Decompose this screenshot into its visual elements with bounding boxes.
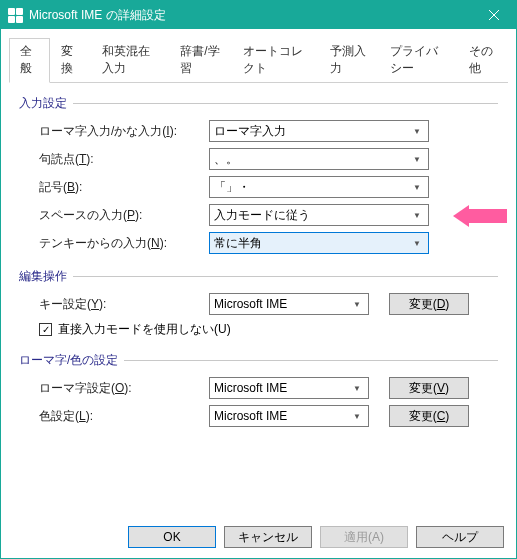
change-button[interactable]: 変更(D) bbox=[389, 293, 469, 315]
tab-4[interactable]: オートコレクト bbox=[232, 38, 320, 83]
dropdown-value: ローマ字入力 bbox=[214, 123, 410, 140]
row-label: キー設定(Y): bbox=[39, 296, 209, 313]
chevron-down-icon: ▼ bbox=[410, 183, 424, 192]
group-title: 編集操作 bbox=[19, 268, 498, 285]
row-label: テンキーからの入力(N): bbox=[39, 235, 209, 252]
group-title-text: 編集操作 bbox=[19, 268, 67, 285]
divider bbox=[124, 360, 498, 361]
dropdown[interactable]: Microsoft IME▼ bbox=[209, 377, 369, 399]
settings-row: 句読点(T):、。▼ bbox=[19, 148, 498, 170]
dropdown[interactable]: ローマ字入力▼ bbox=[209, 120, 429, 142]
dropdown[interactable]: 、。▼ bbox=[209, 148, 429, 170]
tab-6[interactable]: プライバシー bbox=[379, 38, 458, 83]
tab-0[interactable]: 全般 bbox=[9, 38, 50, 83]
tab-3[interactable]: 辞書/学習 bbox=[169, 38, 231, 83]
chevron-down-icon: ▼ bbox=[410, 239, 424, 248]
group-title-text: 入力設定 bbox=[19, 95, 67, 112]
dropdown-value: 、。 bbox=[214, 151, 410, 168]
row-label: 色設定(L): bbox=[39, 408, 209, 425]
arrow-body bbox=[469, 209, 507, 223]
checkbox-row: ✓ 直接入力モードを使用しない(U) bbox=[19, 321, 498, 338]
dropdown[interactable]: 入力モードに従う▼ bbox=[209, 204, 429, 226]
close-button[interactable] bbox=[471, 1, 516, 29]
settings-row: ローマ字入力/かな入力(I):ローマ字入力▼ bbox=[19, 120, 498, 142]
window-title: Microsoft IME の詳細設定 bbox=[29, 7, 471, 24]
dropdown-value: Microsoft IME bbox=[214, 297, 350, 311]
dropdown[interactable]: 常に半角▼ bbox=[209, 232, 429, 254]
tab-2[interactable]: 和英混在入力 bbox=[91, 38, 170, 83]
callout-arrow bbox=[453, 205, 509, 227]
dialog-footer: OK キャンセル 適用(A) ヘルプ bbox=[1, 516, 516, 558]
group-title: 入力設定 bbox=[19, 95, 498, 112]
tab-content: 入力設定 ローマ字入力/かな入力(I):ローマ字入力▼句読点(T):、。▼記号(… bbox=[1, 83, 516, 516]
dropdown[interactable]: Microsoft IME▼ bbox=[209, 293, 369, 315]
settings-row: 色設定(L):Microsoft IME▼変更(C) bbox=[19, 405, 498, 427]
row-label: ローマ字設定(O): bbox=[39, 380, 209, 397]
close-icon bbox=[489, 10, 499, 20]
row-label: 句読点(T): bbox=[39, 151, 209, 168]
group-romaji-color: ローマ字/色の設定 ローマ字設定(O):Microsoft IME▼変更(V)色… bbox=[19, 352, 498, 427]
divider bbox=[73, 276, 498, 277]
dropdown-value: 「」・ bbox=[214, 179, 410, 196]
group-edit-operations: 編集操作 キー設定(Y):Microsoft IME▼変更(D) ✓ 直接入力モ… bbox=[19, 268, 498, 338]
group-input-settings: 入力設定 ローマ字入力/かな入力(I):ローマ字入力▼句読点(T):、。▼記号(… bbox=[19, 95, 498, 254]
direct-input-checkbox[interactable]: ✓ bbox=[39, 323, 52, 336]
settings-row: スペースの入力(P):入力モードに従う▼ bbox=[19, 204, 498, 226]
change-button[interactable]: 変更(C) bbox=[389, 405, 469, 427]
change-button[interactable]: 変更(V) bbox=[389, 377, 469, 399]
row-label: スペースの入力(P): bbox=[39, 207, 209, 224]
dropdown[interactable]: 「」・▼ bbox=[209, 176, 429, 198]
cancel-button[interactable]: キャンセル bbox=[224, 526, 312, 548]
chevron-down-icon: ▼ bbox=[350, 412, 364, 421]
ok-button[interactable]: OK bbox=[128, 526, 216, 548]
chevron-down-icon: ▼ bbox=[410, 155, 424, 164]
settings-row: テンキーからの入力(N):常に半角▼ bbox=[19, 232, 498, 254]
titlebar: Microsoft IME の詳細設定 bbox=[1, 1, 516, 29]
group-title-text: ローマ字/色の設定 bbox=[19, 352, 118, 369]
help-button[interactable]: ヘルプ bbox=[416, 526, 504, 548]
chevron-down-icon: ▼ bbox=[350, 300, 364, 309]
tab-1[interactable]: 変換 bbox=[50, 38, 91, 83]
chevron-down-icon: ▼ bbox=[410, 211, 424, 220]
row-label: 記号(B): bbox=[39, 179, 209, 196]
settings-row: キー設定(Y):Microsoft IME▼変更(D) bbox=[19, 293, 498, 315]
tab-5[interactable]: 予測入力 bbox=[319, 38, 379, 83]
dropdown-value: Microsoft IME bbox=[214, 409, 350, 423]
dialog-window: Microsoft IME の詳細設定 全般変換和英混在入力辞書/学習オートコレ… bbox=[0, 0, 517, 559]
chevron-down-icon: ▼ bbox=[410, 127, 424, 136]
app-icon bbox=[7, 7, 23, 23]
settings-row: 記号(B):「」・▼ bbox=[19, 176, 498, 198]
dropdown[interactable]: Microsoft IME▼ bbox=[209, 405, 369, 427]
dropdown-value: 入力モードに従う bbox=[214, 207, 410, 224]
dropdown-value: Microsoft IME bbox=[214, 381, 350, 395]
row-label: ローマ字入力/かな入力(I): bbox=[39, 123, 209, 140]
settings-row: ローマ字設定(O):Microsoft IME▼変更(V) bbox=[19, 377, 498, 399]
arrow-head-icon bbox=[453, 205, 469, 227]
chevron-down-icon: ▼ bbox=[350, 384, 364, 393]
divider bbox=[73, 103, 498, 104]
dropdown-value: 常に半角 bbox=[214, 235, 410, 252]
group-title: ローマ字/色の設定 bbox=[19, 352, 498, 369]
checkbox-label: 直接入力モードを使用しない(U) bbox=[58, 321, 231, 338]
tab-strip: 全般変換和英混在入力辞書/学習オートコレクト予測入力プライバシーその他 bbox=[9, 37, 508, 83]
tab-7[interactable]: その他 bbox=[458, 38, 508, 83]
apply-button[interactable]: 適用(A) bbox=[320, 526, 408, 548]
